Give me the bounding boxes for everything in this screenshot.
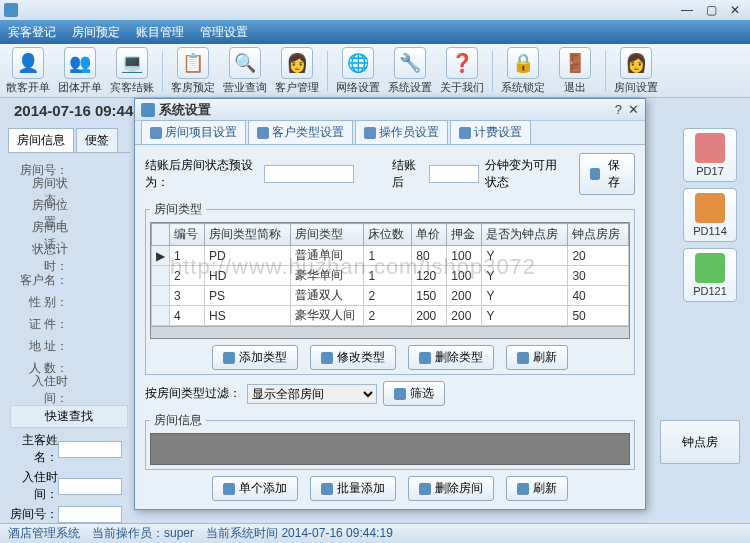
- grid-cell[interactable]: 200: [412, 306, 447, 326]
- grid-cell[interactable]: 普通单间: [291, 246, 364, 266]
- tool-宾客结账[interactable]: 💻宾客结账: [108, 46, 156, 96]
- maximize-icon[interactable]: ▢: [700, 3, 722, 17]
- menu-account-manage[interactable]: 账目管理: [136, 24, 184, 41]
- tool-系统锁定[interactable]: 🔒系统锁定: [499, 46, 547, 96]
- grid-cell[interactable]: 普通双人: [291, 286, 364, 306]
- row-selector[interactable]: [152, 306, 170, 326]
- grid-cell[interactable]: 120: [412, 266, 447, 286]
- refresh-type-button[interactable]: 刷新: [506, 345, 568, 370]
- add-type-button[interactable]: 添加类型: [212, 345, 298, 370]
- dialog-tab-1[interactable]: 客户类型设置: [248, 120, 353, 144]
- grid-cell[interactable]: Y: [482, 286, 568, 306]
- add-single-room-button[interactable]: 单个添加: [212, 476, 298, 501]
- tool-房间设置[interactable]: 👩房间设置: [612, 46, 660, 96]
- grid-cell[interactable]: HD: [205, 266, 291, 286]
- table-row[interactable]: ▶1PD普通单间180100Y20: [152, 246, 629, 266]
- tool-关于我们[interactable]: ❓关于我们: [438, 46, 486, 96]
- tool-系统设置[interactable]: 🔧系统设置: [386, 46, 434, 96]
- tool-团体开单[interactable]: 👥团体开单: [56, 46, 104, 96]
- table-row[interactable]: 3PS普通双人2150200Y40: [152, 286, 629, 306]
- grid-cell[interactable]: 2: [364, 306, 412, 326]
- tab-sticky-note[interactable]: 便签: [76, 128, 118, 152]
- dialog-close-icon[interactable]: ✕: [628, 102, 639, 117]
- row-selector[interactable]: [152, 286, 170, 306]
- tool-营业查询[interactable]: 🔍营业查询: [221, 46, 269, 96]
- grid-header[interactable]: 是否为钟点房: [482, 224, 568, 246]
- grid-header[interactable]: 床位数: [364, 224, 412, 246]
- grid-header[interactable]: 押金: [447, 224, 482, 246]
- tab-room-info[interactable]: 房间信息: [8, 128, 74, 152]
- refresh-room-button[interactable]: 刷新: [506, 476, 568, 501]
- grid-cell[interactable]: PD: [205, 246, 291, 266]
- row-selector[interactable]: ▶: [152, 246, 170, 266]
- menu-room-reserve[interactable]: 房间预定: [72, 24, 120, 41]
- hour-room-button[interactable]: 钟点房: [660, 420, 740, 464]
- grid-cell[interactable]: 3: [170, 286, 205, 306]
- search-input[interactable]: [58, 441, 122, 458]
- room-detail-area[interactable]: [150, 433, 630, 465]
- grid-cell[interactable]: 2: [364, 286, 412, 306]
- grid-cell[interactable]: 100: [447, 266, 482, 286]
- grid-cell[interactable]: HS: [205, 306, 291, 326]
- settle-minutes-input[interactable]: [429, 165, 479, 183]
- minimize-icon[interactable]: —: [676, 3, 698, 17]
- grid-cell[interactable]: 80: [412, 246, 447, 266]
- room-type-grid[interactable]: 编号房间类型简称房间类型床位数单价押金是否为钟点房钟点房房▶1PD普通单间180…: [150, 222, 630, 339]
- save-button[interactable]: 保存: [579, 153, 635, 195]
- add-batch-room-button[interactable]: 批量添加: [310, 476, 396, 501]
- tool-客房预定[interactable]: 📋客房预定: [169, 46, 217, 96]
- settle-status-input[interactable]: [264, 165, 354, 183]
- dialog-tab-2[interactable]: 操作员设置: [355, 120, 448, 144]
- grid-cell[interactable]: 豪华双人间: [291, 306, 364, 326]
- row-selector[interactable]: [152, 266, 170, 286]
- grid-cell[interactable]: Y: [482, 266, 568, 286]
- settle-label-1: 结账后房间状态预设为：: [145, 157, 258, 191]
- grid-cell[interactable]: 1: [364, 246, 412, 266]
- dialog-help-icon[interactable]: ?: [615, 102, 622, 117]
- search-input[interactable]: [58, 506, 122, 523]
- grid-cell[interactable]: 100: [447, 246, 482, 266]
- menu-guest-register[interactable]: 宾客登记: [8, 24, 56, 41]
- room-card-PD17[interactable]: PD17: [683, 128, 737, 182]
- tool-退出[interactable]: 🚪退出: [551, 46, 599, 96]
- grid-header[interactable]: 房间类型简称: [205, 224, 291, 246]
- delete-room-button[interactable]: 删除房间: [408, 476, 494, 501]
- close-icon[interactable]: ✕: [724, 3, 746, 17]
- tool-散客开单[interactable]: 👤散客开单: [4, 46, 52, 96]
- grid-header[interactable]: 单价: [412, 224, 447, 246]
- search-input[interactable]: [58, 478, 122, 495]
- grid-cell[interactable]: 4: [170, 306, 205, 326]
- filter-select[interactable]: 显示全部房间: [247, 384, 377, 404]
- tool-客户管理[interactable]: 👩客户管理: [273, 46, 321, 96]
- room-card-PD121[interactable]: PD121: [683, 248, 737, 302]
- grid-cell[interactable]: Y: [482, 246, 568, 266]
- grid-cell[interactable]: PS: [205, 286, 291, 306]
- grid-cell[interactable]: 150: [412, 286, 447, 306]
- tool-网络设置[interactable]: 🌐网络设置: [334, 46, 382, 96]
- dialog-tab-0[interactable]: 房间项目设置: [141, 120, 246, 144]
- grid-cell[interactable]: 1: [364, 266, 412, 286]
- grid-cell[interactable]: 30: [568, 266, 629, 286]
- filter-button[interactable]: 筛选: [383, 381, 445, 406]
- tool-icon: 🔒: [507, 47, 539, 79]
- grid-cell[interactable]: 20: [568, 246, 629, 266]
- grid-cell[interactable]: 1: [170, 246, 205, 266]
- menu-manage-settings[interactable]: 管理设置: [200, 24, 248, 41]
- grid-header[interactable]: 编号: [170, 224, 205, 246]
- grid-cell[interactable]: 豪华单间: [291, 266, 364, 286]
- grid-cell[interactable]: 50: [568, 306, 629, 326]
- grid-cell[interactable]: Y: [482, 306, 568, 326]
- room-card-PD114[interactable]: PD114: [683, 188, 737, 242]
- grid-scrollbar[interactable]: [151, 326, 629, 338]
- grid-cell[interactable]: 2: [170, 266, 205, 286]
- table-row[interactable]: 4HS豪华双人间2200200Y50: [152, 306, 629, 326]
- table-row[interactable]: 2HD豪华单间1120100Y30: [152, 266, 629, 286]
- delete-type-button[interactable]: 删除类型: [408, 345, 494, 370]
- grid-cell[interactable]: 40: [568, 286, 629, 306]
- grid-cell[interactable]: 200: [447, 286, 482, 306]
- grid-header[interactable]: 钟点房房: [568, 224, 629, 246]
- grid-cell[interactable]: 200: [447, 306, 482, 326]
- dialog-tab-3[interactable]: 计费设置: [450, 120, 531, 144]
- grid-header[interactable]: 房间类型: [291, 224, 364, 246]
- edit-type-button[interactable]: 修改类型: [310, 345, 396, 370]
